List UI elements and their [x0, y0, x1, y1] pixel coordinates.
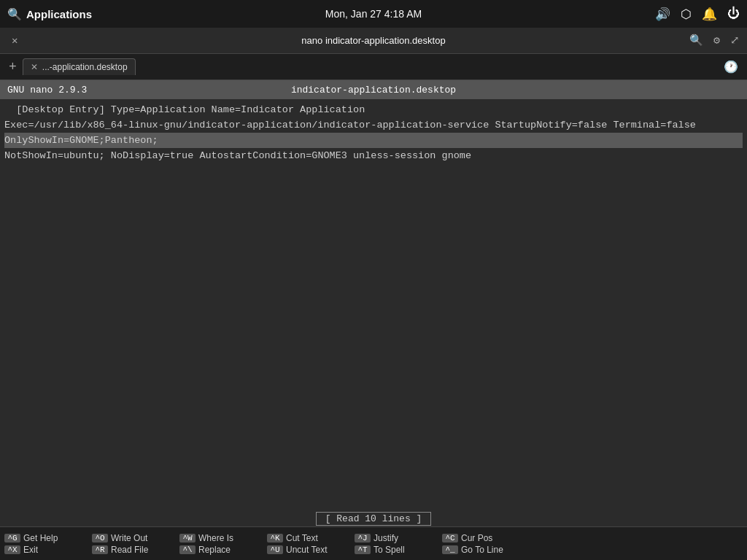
shortcut-row: ^GGet Help: [0, 532, 88, 544]
shortcut-row: ^_Go To Line: [438, 544, 525, 556]
network-icon[interactable]: ⬡: [681, 7, 692, 22]
tab-close-icon[interactable]: ✕: [31, 62, 38, 72]
shortcut-group: ^GGet Help^XExit: [0, 531, 88, 557]
shortcut-key[interactable]: ^U: [267, 545, 283, 554]
editor-line: [4, 104, 10, 115]
shortcut-row: ^XExit: [0, 544, 88, 556]
shortcut-key[interactable]: ^\: [179, 545, 196, 554]
editor-line: Exec=/usr/lib/x86_64-linux-gnu/indicator…: [4, 120, 489, 131]
editor-line: Name=Indicator Application: [212, 104, 365, 115]
editor-line: NoDisplay=true: [111, 150, 193, 161]
shortcut-key[interactable]: ^T: [355, 545, 371, 554]
shortcut-group: ^JJustify^TTo Spell: [350, 531, 438, 557]
editor-line: StartupNotify=false: [495, 120, 607, 131]
shortcut-label: Go To Line: [461, 545, 503, 555]
shortcut-group: ^OWrite Out^RRead File: [88, 531, 175, 557]
shortcut-label: Get Help: [23, 533, 58, 543]
nano-statusbar: GNU nano 2.9.3 indicator-application.des…: [0, 80, 747, 99]
shortcut-key[interactable]: ^O: [92, 534, 108, 542]
shortcut-row: ^CCur Pos: [438, 532, 525, 544]
shortcut-label: Read File: [111, 545, 148, 555]
shortcuts-bar: ^GGet Help^XExit^OWrite Out^RRead File^W…: [0, 526, 747, 560]
main-container: ✕ nano indicator-application.desktop 🔍 ⚙…: [0, 28, 747, 560]
shortcut-label: Cut Text: [286, 533, 318, 543]
tab-label: ...-application.desktop: [42, 62, 128, 72]
titlebar-right: 🔍 ⚙ ⤢: [689, 34, 740, 47]
topbar: 🔍 Applications Mon, Jan 27 4:18 AM 🔊 ⬡ 🔔…: [0, 0, 747, 28]
shortcut-row: ^KCut Text: [263, 532, 350, 544]
nano-version: GNU nano 2.9.3: [7, 85, 87, 96]
shortcut-group: ^CCur Pos^_Go To Line: [438, 531, 525, 557]
close-button[interactable]: ✕: [7, 31, 22, 50]
shortcut-group: ^WWhere Is^\Replace: [175, 531, 263, 557]
volume-icon[interactable]: 🔊: [655, 7, 670, 22]
topbar-left[interactable]: 🔍 Applications: [7, 7, 92, 21]
tabs-bar: + ✕ ...-application.desktop 🕐: [0, 54, 747, 80]
shortcut-label: Replace: [198, 545, 231, 555]
shortcut-key[interactable]: ^G: [4, 534, 20, 542]
nano-message-bar: [ Read 10 lines ]: [0, 510, 747, 526]
shortcut-row: ^TTo Spell: [350, 544, 438, 556]
settings-button[interactable]: ⚙: [713, 34, 720, 47]
shortcut-label: Cur Pos: [461, 533, 492, 543]
shortcut-key[interactable]: ^X: [4, 545, 20, 554]
editor-area[interactable]: [Desktop Entry] Type=Application Name=In…: [0, 99, 747, 510]
shortcut-row: ^OWrite Out: [88, 532, 175, 544]
nano-filename: indicator-application.desktop: [291, 85, 456, 96]
new-tab-button[interactable]: +: [3, 57, 23, 77]
shortcut-key[interactable]: ^W: [179, 534, 196, 542]
notification-icon[interactable]: 🔔: [702, 7, 717, 22]
shortcut-group: ^KCut Text^UUncut Text: [263, 531, 350, 557]
shortcut-row: ^RRead File: [88, 544, 175, 556]
tab-history-button[interactable]: 🕐: [718, 57, 744, 77]
fullscreen-button[interactable]: ⤢: [730, 34, 740, 47]
shortcut-row: ^\Replace: [175, 544, 263, 556]
topbar-datetime: Mon, Jan 27 4:18 AM: [325, 8, 422, 20]
shortcut-label: Uncut Text: [286, 545, 327, 555]
editor-line: OnlyShowIn=GNOME;Pantheon;: [4, 133, 743, 148]
shortcut-row: ^UUncut Text: [263, 544, 350, 556]
shortcut-label: Exit: [23, 545, 38, 555]
search-button[interactable]: 🔍: [689, 34, 703, 47]
editor-line: NotShowIn=ubuntu;: [4, 150, 105, 161]
editor-line: AutostartCondition=GNOME3 unless-session…: [199, 150, 471, 161]
shortcut-key[interactable]: ^_: [442, 545, 458, 554]
shortcut-key[interactable]: ^J: [355, 534, 371, 542]
applications-label[interactable]: Applications: [26, 8, 92, 20]
terminal-titlebar: ✕ nano indicator-application.desktop 🔍 ⚙…: [0, 28, 747, 54]
shortcut-key[interactable]: ^C: [442, 534, 458, 542]
power-icon[interactable]: ⏻: [727, 7, 740, 21]
shortcut-row: ^WWhere Is: [175, 532, 263, 544]
editor-line: Type=Application: [111, 104, 206, 115]
editor-line: Terminal=false: [613, 120, 695, 131]
topbar-right: 🔊 ⬡ 🔔 ⏻: [655, 7, 740, 22]
shortcut-label: Justify: [374, 533, 398, 543]
tab-application-desktop[interactable]: ✕ ...-application.desktop: [23, 58, 136, 75]
shortcut-label: Where Is: [198, 533, 233, 543]
shortcut-row: ^JJustify: [350, 532, 438, 544]
nano-status-message: [ Read 10 lines ]: [316, 512, 432, 526]
editor-content[interactable]: [Desktop Entry] Type=Application Name=In…: [0, 99, 747, 166]
titlebar-left: ✕: [7, 31, 22, 50]
search-icon[interactable]: 🔍: [7, 7, 22, 21]
shortcut-label: Write Out: [111, 533, 147, 543]
editor-line: [Desktop Entry]: [16, 104, 105, 115]
shortcut-label: To Spell: [374, 545, 405, 555]
shortcut-key[interactable]: ^K: [267, 534, 283, 542]
terminal-title: nano indicator-application.desktop: [301, 35, 445, 46]
shortcut-key[interactable]: ^R: [92, 545, 108, 554]
